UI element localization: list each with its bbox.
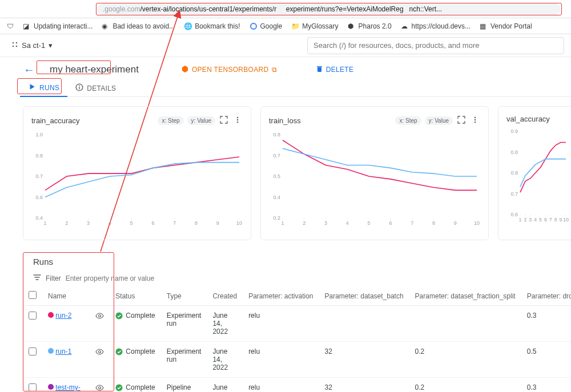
svg-text:6: 6	[544, 217, 547, 223]
more-icon[interactable]	[232, 115, 243, 127]
play-icon	[28, 83, 36, 92]
visibility-icon[interactable]	[95, 350, 104, 358]
run-link[interactable]: run-1	[55, 347, 71, 355]
url-mid: experiment/runs?e=VertexAiModelReg	[286, 5, 404, 13]
col-batch[interactable]: Parameter: dataset_batch	[319, 286, 409, 306]
check-circle-icon	[115, 384, 123, 391]
bookmark-item[interactable]: 📁MyGlossary	[291, 22, 338, 30]
table-row: run-2 Complete Experiment run June 14, 2…	[23, 306, 571, 342]
svg-text:1: 1	[43, 220, 46, 226]
svg-text:7: 7	[549, 217, 552, 223]
svg-point-7	[79, 85, 80, 86]
fullscreen-icon[interactable]	[456, 115, 467, 127]
col-activation[interactable]: Parameter: activation	[243, 286, 319, 306]
svg-point-90	[99, 315, 101, 317]
svg-text:8: 8	[554, 217, 557, 223]
bookmark-item[interactable]: 🌐Bookmark this!	[184, 22, 240, 30]
page-icon: ◪	[23, 22, 31, 30]
y-axis-chip[interactable]: y: Value	[425, 116, 453, 125]
chart-card-train-accuracy: train_accuracy x: Step y: Value 0.40.60.…	[23, 106, 251, 240]
row-checkbox[interactable]	[29, 347, 37, 355]
svg-text:4: 4	[108, 220, 111, 226]
back-arrow-icon[interactable]: ←	[20, 60, 38, 80]
tensorboard-icon	[181, 65, 189, 75]
svg-text:2: 2	[303, 220, 305, 226]
search-box[interactable]	[307, 37, 564, 54]
svg-text:5: 5	[130, 220, 133, 226]
svg-text:0.7: 0.7	[510, 191, 518, 197]
filter-input[interactable]	[66, 274, 180, 282]
fullscreen-icon[interactable]	[219, 115, 229, 127]
x-axis-chip[interactable]: x: Step	[158, 116, 183, 125]
bookmark-item[interactable]: ⬢Pharos 2.0	[348, 22, 392, 30]
charts-row: train_accuracy x: Step y: Value 0.40.60.…	[23, 106, 571, 240]
tab-details[interactable]: DETAILS	[67, 80, 124, 97]
svg-text:4: 4	[534, 217, 537, 223]
svg-point-0	[251, 23, 256, 29]
trash-icon	[316, 65, 323, 74]
filter-label: Filter	[46, 274, 61, 282]
param-cell	[409, 306, 521, 342]
bookmark-item[interactable]: ▦Vendor Portal	[480, 22, 532, 30]
chart-body: 0.20.40.50.70.812345678910	[269, 131, 480, 228]
param-cell: 32	[319, 342, 409, 378]
runs-table: Name Status Type Created Parameter: acti…	[23, 286, 571, 392]
url-box[interactable]: .google.com/vertex-ai/locations/us-centr…	[97, 3, 561, 15]
param-cell: 32	[319, 378, 409, 393]
delete-button[interactable]: DELETE	[310, 62, 359, 78]
search-input[interactable]	[313, 41, 558, 50]
svg-text:10: 10	[474, 220, 480, 226]
run-link[interactable]: run-2	[55, 312, 71, 320]
bookmark-item[interactable]: ◪Updating interacti...	[23, 22, 93, 30]
row-checkbox[interactable]	[29, 312, 37, 320]
x-axis-chip[interactable]: x: Step	[395, 116, 421, 125]
chevron-down-icon: ▾	[49, 41, 53, 50]
external-link-icon: ⧉	[272, 66, 277, 74]
bookmark-item[interactable]: ☁https://cloud.devs...	[401, 22, 471, 30]
param-cell: relu	[243, 306, 319, 342]
svg-text:9: 9	[216, 220, 219, 226]
tabs: RUNS DETAILS	[20, 80, 571, 97]
col-type[interactable]: Type	[161, 286, 207, 306]
svg-point-11	[237, 122, 239, 123]
filter-icon[interactable]	[33, 273, 41, 283]
svg-text:1: 1	[518, 217, 521, 223]
visibility-icon[interactable]	[95, 314, 104, 322]
svg-point-94	[99, 387, 101, 389]
check-circle-icon	[115, 348, 123, 355]
svg-rect-6	[79, 87, 80, 90]
visibility-icon[interactable]	[95, 386, 104, 392]
svg-point-3	[13, 46, 14, 47]
svg-text:1.0: 1.0	[35, 132, 43, 138]
svg-text:0.8: 0.8	[510, 170, 518, 176]
bookmark-item[interactable]: Google	[250, 22, 283, 30]
col-dropout[interactable]: Parameter: dropout_rate	[521, 286, 571, 306]
svg-point-95	[116, 384, 123, 391]
param-cell: 0.3	[521, 378, 571, 393]
open-tensorboard-button[interactable]: OPEN TENSORBOARD ⧉	[175, 62, 283, 78]
svg-text:3: 3	[324, 220, 327, 226]
param-cell: 0.2	[409, 342, 521, 378]
more-icon[interactable]	[470, 115, 480, 127]
select-all-checkbox[interactable]	[29, 291, 37, 299]
svg-point-39	[475, 122, 476, 123]
svg-point-2	[16, 42, 18, 44]
tab-runs[interactable]: RUNS	[20, 80, 67, 97]
col-status[interactable]: Status	[110, 286, 160, 306]
col-name[interactable]: Name	[42, 286, 90, 306]
bookmark-item[interactable]: ◉Bad ideas to avoid...	[102, 22, 175, 30]
check-circle-icon	[115, 312, 123, 320]
row-checkbox[interactable]	[29, 383, 37, 391]
svg-text:7: 7	[411, 220, 413, 226]
run-link[interactable]: test-my-heart-experiment-pipeline-run	[48, 383, 84, 392]
col-split[interactable]: Parameter: dataset_fraction_split	[409, 286, 521, 306]
y-axis-chip[interactable]: y: Value	[187, 116, 215, 125]
created-cell: June 14, 2022	[207, 306, 243, 342]
svg-point-10	[237, 119, 239, 121]
svg-text:2: 2	[524, 217, 526, 223]
shield-icon: 🛡	[7, 22, 14, 30]
project-selector[interactable]: Sa ct-1 ▾	[7, 39, 57, 52]
param-cell: 0.2	[409, 378, 521, 393]
col-created[interactable]: Created	[207, 286, 243, 306]
svg-text:0.5: 0.5	[273, 173, 280, 179]
